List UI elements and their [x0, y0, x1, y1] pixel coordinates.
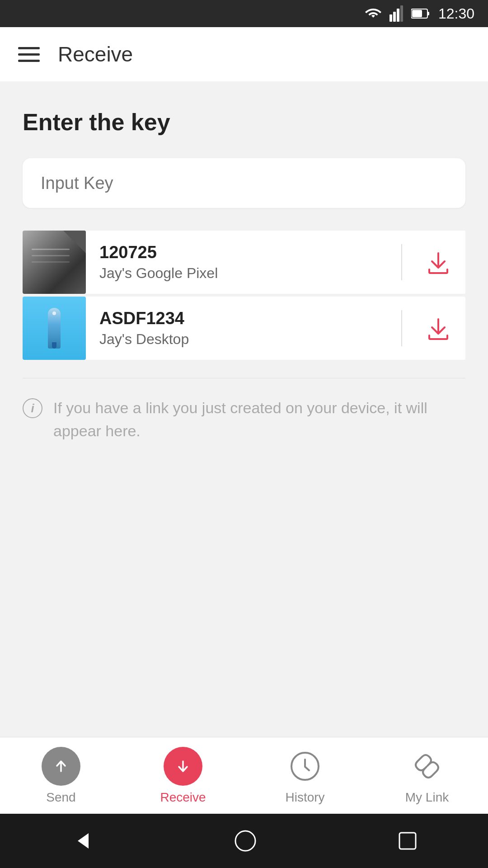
download-icon-2 [426, 316, 451, 341]
status-time: 12:30 [438, 5, 474, 22]
back-button[interactable] [70, 830, 93, 852]
svg-point-11 [235, 831, 255, 851]
download-icon-1 [426, 250, 451, 275]
download-button-2[interactable] [411, 316, 465, 341]
history-icon-wrap [286, 747, 324, 786]
android-nav [0, 814, 488, 868]
item-divider-1 [401, 244, 402, 280]
svg-rect-6 [412, 10, 422, 17]
key-input-container[interactable] [23, 158, 465, 208]
app-bar: Receive [0, 27, 488, 81]
download-button-1[interactable] [411, 250, 465, 275]
item-thumbnail-pixel [23, 231, 86, 294]
item-device-2: Jay's Desktop [99, 331, 392, 348]
bottom-nav: Send Receive History My Link [0, 737, 488, 814]
svg-rect-3 [400, 5, 403, 22]
item-thumbnail-desktop [23, 297, 86, 360]
list-item: 120725 Jay's Google Pixel [23, 231, 465, 294]
nav-label-mylink: My Link [405, 790, 449, 805]
nav-label-send: Send [46, 790, 75, 805]
receive-icon-circle [164, 747, 202, 786]
history-icon [289, 750, 321, 782]
nav-item-send[interactable]: Send [0, 747, 122, 805]
send-icon [52, 757, 70, 776]
main-content: Enter the key 120725 Jay's Google Pixel [0, 81, 488, 461]
item-device-1: Jay's Google Pixel [99, 265, 392, 282]
receive-icon [174, 757, 192, 776]
item-divider-2 [401, 310, 402, 346]
item-key-2: ASDF1234 [99, 309, 392, 328]
back-icon [70, 830, 93, 852]
menu-button[interactable] [18, 47, 40, 62]
svg-marker-10 [78, 833, 89, 849]
svg-rect-12 [399, 833, 416, 849]
battery-icon [411, 8, 430, 19]
nav-item-mylink[interactable]: My Link [366, 747, 488, 805]
info-icon: i [23, 398, 42, 418]
send-icon-circle [42, 747, 80, 786]
svg-rect-1 [393, 12, 396, 22]
recents-icon [398, 831, 418, 851]
mylink-icon-wrap [408, 747, 446, 786]
status-icons: 12:30 [365, 5, 474, 22]
item-info-2: ASDF1234 Jay's Desktop [99, 309, 392, 348]
svg-rect-5 [427, 12, 429, 15]
item-key-1: 120725 [99, 243, 392, 262]
info-text: If you have a link you just created on y… [53, 396, 465, 443]
item-info-1: 120725 Jay's Google Pixel [99, 243, 392, 282]
section-title: Enter the key [23, 108, 465, 136]
nav-label-receive: Receive [160, 790, 206, 805]
nav-item-receive[interactable]: Receive [122, 747, 244, 805]
info-notice: i If you have a link you just created on… [23, 378, 465, 443]
wifi-icon [365, 8, 381, 19]
key-input[interactable] [41, 174, 447, 193]
recents-button[interactable] [398, 831, 418, 851]
status-bar: 12:30 [0, 0, 488, 27]
signal-icon [389, 5, 403, 22]
nav-label-history: History [285, 790, 324, 805]
svg-rect-2 [397, 9, 399, 22]
list-item-2: ASDF1234 Jay's Desktop [23, 297, 465, 360]
nav-item-history[interactable]: History [244, 747, 366, 805]
home-icon [234, 830, 257, 852]
link-icon [411, 750, 443, 782]
app-bar-title: Receive [58, 42, 133, 66]
home-button[interactable] [234, 830, 257, 852]
svg-rect-0 [389, 14, 392, 22]
